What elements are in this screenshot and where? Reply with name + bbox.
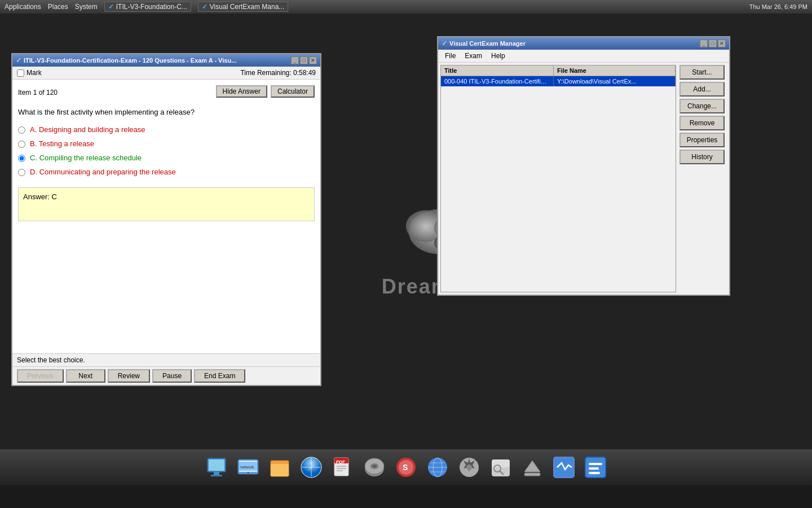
manager-content: Title File Name 000-040 ITIL-V3-Foundati… <box>438 63 729 295</box>
option-d-text: D. Communicating and preparing the relea… <box>30 168 176 176</box>
titlebar-check-icon: ✓ <box>16 56 21 64</box>
svg-text:PDF: PDF <box>336 459 345 465</box>
exam-table: Title File Name 000-040 ITIL-V3-Foundati… <box>440 65 676 292</box>
remove-button[interactable]: Remove <box>679 116 725 130</box>
dock-globe[interactable] <box>424 454 451 481</box>
dock-browser[interactable] <box>298 454 325 481</box>
manager-titlebar-left: ✓ Visual CertExam Manager <box>442 40 526 47</box>
dock-network[interactable]: network <box>235 454 262 481</box>
option-a[interactable]: A. Designing and building a release <box>18 125 315 134</box>
menu-system[interactable]: System <box>75 3 98 11</box>
svg-rect-45 <box>524 473 540 476</box>
table-cell-title: 000-040 ITIL-V3-Foundation-Certification… <box>441 76 554 86</box>
svg-rect-8 <box>211 475 222 476</box>
manager-minimize-button[interactable]: _ <box>700 40 708 47</box>
manager-titlebar: ✓ Visual CertExam Manager _ □ ✕ <box>438 37 729 50</box>
item-counter: Item 1 of 120 <box>18 89 58 97</box>
exam-footer: Previous Next Review Pause End Exam <box>12 366 320 385</box>
dock-finder[interactable] <box>487 454 514 481</box>
dock-files[interactable] <box>266 454 293 481</box>
dock-tools[interactable] <box>456 454 483 481</box>
dock-task2[interactable] <box>582 454 609 481</box>
manager-window: ✓ Visual CertExam Manager _ □ ✕ File Exa… <box>437 36 730 296</box>
menu-places[interactable]: Places <box>48 3 68 11</box>
dock-monitor[interactable] <box>203 454 230 481</box>
mark-checkbox-input[interactable] <box>17 69 24 77</box>
pause-button[interactable]: Pause <box>152 369 192 383</box>
manager-side-buttons: Start... Add... Change... Remove Propert… <box>676 65 727 292</box>
properties-button[interactable]: Properties <box>679 133 725 147</box>
radio-c[interactable] <box>18 155 25 162</box>
option-c-text: C. Compiling the release schedule <box>30 154 142 162</box>
exam-window: ✓ ITIL-V3-Foundation-Certification-Exam … <box>11 53 321 386</box>
question-buttons: Hide Answer Calculator <box>216 85 315 98</box>
question-text: What is the first activity when implemen… <box>18 108 315 116</box>
svg-text:S: S <box>403 463 408 472</box>
mark-checkbox-area: Mark <box>17 69 42 77</box>
svg-point-39 <box>466 465 472 470</box>
taskbar-top: Applications Places System ✓ ITIL-V3-Fou… <box>0 0 812 14</box>
check-icon-certexam: ✓ <box>202 3 208 11</box>
taskbar-window-itil[interactable]: ✓ ITIL-V3-Foundation-C... <box>104 2 191 12</box>
status-text: Select the best choice. <box>17 356 85 364</box>
svg-rect-6 <box>209 459 224 471</box>
menu-exam[interactable]: Exam <box>460 51 487 61</box>
minimize-button[interactable]: _ <box>291 56 299 64</box>
clock: Thu Mar 26, 6:49 PM <box>749 3 807 10</box>
svg-text:network: network <box>240 465 254 469</box>
table-header: Title File Name <box>441 65 676 76</box>
dock-pdf[interactable]: PDF <box>329 454 356 481</box>
previous-button[interactable]: Previous <box>17 369 64 383</box>
review-button[interactable]: Review <box>108 369 150 383</box>
manager-titlebar-buttons: _ □ ✕ <box>700 40 726 47</box>
restore-button[interactable]: □ <box>300 56 308 64</box>
exam-titlebar: ✓ ITIL-V3-Foundation-Certification-Exam … <box>12 54 320 67</box>
manager-check-icon: ✓ <box>442 40 447 47</box>
taskbar-top-right: Thu Mar 26, 6:49 PM <box>749 3 807 10</box>
hide-answer-button[interactable]: Hide Answer <box>216 85 267 98</box>
dock-eject[interactable] <box>519 454 546 481</box>
menu-file[interactable]: File <box>440 51 460 61</box>
manager-close-button[interactable]: ✕ <box>718 40 726 47</box>
manager-restore-button[interactable]: □ <box>709 40 717 47</box>
table-row[interactable]: 000-040 ITIL-V3-Foundation-Certification… <box>441 76 676 86</box>
answer-box: Answer: C <box>18 187 315 221</box>
change-button[interactable]: Change... <box>679 99 725 113</box>
time-remaining: Time Remaining: 0:58:49 <box>240 69 316 77</box>
exam-window-title: ITIL-V3-Foundation-Certification-Exam - … <box>24 57 236 64</box>
option-b[interactable]: B. Testing a release <box>18 139 315 148</box>
dock-disk[interactable] <box>361 454 388 481</box>
dock-task1[interactable] <box>550 454 577 481</box>
history-button[interactable]: History <box>679 150 725 164</box>
taskbar-bottom: network <box>0 449 812 485</box>
option-a-text: A. Designing and building a release <box>30 125 145 134</box>
option-d[interactable]: D. Communicating and preparing the relea… <box>18 168 315 176</box>
taskbar-window-certexam[interactable]: ✓ Visual CertExam Mana... <box>198 2 289 12</box>
close-button[interactable]: ✕ <box>309 56 317 64</box>
radio-d[interactable] <box>18 169 25 176</box>
menu-help[interactable]: Help <box>487 51 510 61</box>
svg-rect-50 <box>589 467 599 470</box>
menu-applications[interactable]: Applications <box>5 3 41 11</box>
taskbar-top-left: Applications Places System ✓ ITIL-V3-Fou… <box>5 2 288 12</box>
manager-menubar: File Exam Help <box>438 50 729 63</box>
svg-rect-51 <box>589 472 600 474</box>
titlebar-buttons: _ □ ✕ <box>291 56 317 64</box>
check-icon-itil: ✓ <box>108 3 114 11</box>
add-button[interactable]: Add... <box>679 82 725 97</box>
radio-b[interactable] <box>18 141 25 148</box>
answer-text: Answer: C <box>23 192 57 201</box>
start-button[interactable]: Start... <box>679 65 725 80</box>
exam-status: Select the best choice. <box>12 353 320 366</box>
radio-a[interactable] <box>18 126 25 134</box>
col-header-filename: File Name <box>554 65 676 76</box>
calculator-button[interactable]: Calculator <box>271 85 315 98</box>
dock-stylize[interactable]: S <box>392 454 420 481</box>
svg-point-29 <box>373 465 376 467</box>
option-c[interactable]: C. Compiling the release schedule <box>18 154 315 162</box>
svg-rect-15 <box>271 464 289 476</box>
next-button[interactable]: Next <box>66 369 105 383</box>
option-b-text: B. Testing a release <box>30 139 94 148</box>
col-header-title: Title <box>441 65 554 76</box>
end-exam-button[interactable]: End Exam <box>194 369 245 383</box>
